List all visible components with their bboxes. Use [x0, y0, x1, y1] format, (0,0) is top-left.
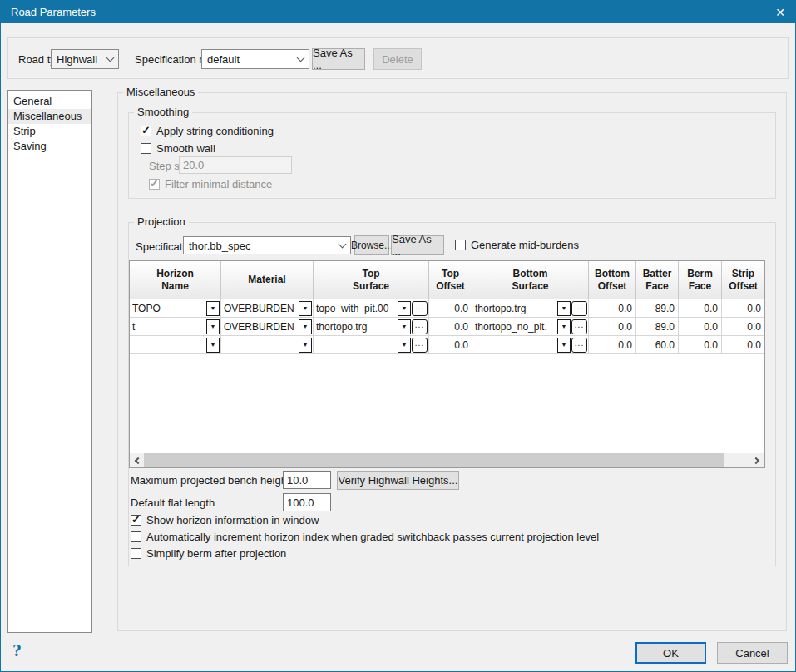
- horizon-table: HorizonName Material TopSurface TopOffse…: [129, 260, 765, 468]
- berm-face-cell[interactable]: 0.0: [679, 336, 722, 353]
- browse-ellipsis-button[interactable]: ...: [571, 319, 587, 334]
- material-cell[interactable]: OVERBURDEN▼: [221, 299, 314, 317]
- spec-file-combobox[interactable]: thor.bb_spec: [183, 236, 351, 254]
- dropdown-icon[interactable]: ▼: [206, 301, 220, 316]
- dropdown-icon[interactable]: ▼: [398, 338, 411, 353]
- browse-ellipsis-button[interactable]: ...: [571, 338, 587, 353]
- sidebar-item-miscellaneous[interactable]: Miscellaneous: [8, 109, 91, 124]
- header-horizon-name: HorizonName: [130, 261, 221, 299]
- strip-offset-cell[interactable]: 0.0: [722, 299, 764, 317]
- bottom-surface-cell[interactable]: ▼...: [472, 336, 589, 353]
- title-bar: Road Parameters ✕: [1, 1, 795, 23]
- top-surface-cell[interactable]: ▼...: [314, 336, 429, 353]
- help-icon[interactable]: ?: [12, 640, 22, 661]
- header-batter-face: BatterFace: [636, 261, 679, 299]
- dropdown-icon[interactable]: ▼: [557, 301, 571, 316]
- dropdown-icon[interactable]: ▼: [299, 338, 312, 353]
- top-offset-cell[interactable]: 0.0: [429, 318, 472, 335]
- dropdown-icon[interactable]: ▼: [299, 319, 312, 334]
- spec-name-value: default: [207, 53, 240, 66]
- header-berm-face: BermFace: [679, 261, 722, 299]
- bottom-surface-cell[interactable]: thortopo_no_pit.▼...: [472, 318, 589, 335]
- table-row: ▼ ▼ ▼... 0.0 ▼... 0.0 60.0 0.0 0.0: [130, 336, 764, 354]
- header-bottom-offset: BottomOffset: [589, 261, 636, 299]
- strip-offset-cell[interactable]: 0.0: [722, 336, 764, 353]
- bottom-offset-cell[interactable]: 0.0: [589, 318, 636, 335]
- road-type-combobox[interactable]: Highwall: [51, 49, 119, 69]
- simplify-berm-checkbox[interactable]: [131, 548, 141, 559]
- top-surface-cell[interactable]: topo_with_pit.00▼...: [314, 299, 429, 317]
- dropdown-icon[interactable]: ▼: [206, 338, 220, 353]
- horizontal-scrollbar[interactable]: [130, 453, 764, 467]
- filter-minimal-distance-checkbox[interactable]: [149, 179, 160, 190]
- scroll-right-icon[interactable]: [750, 453, 764, 467]
- generate-midburdens-checkbox[interactable]: [455, 240, 466, 250]
- sidebar-item-strip[interactable]: Strip: [8, 124, 91, 139]
- flat-length-value: 100.0: [287, 497, 314, 509]
- projection-group-label: Projection: [134, 215, 189, 229]
- spec-name-combobox[interactable]: default: [201, 49, 309, 69]
- dropdown-icon[interactable]: ▼: [557, 338, 571, 353]
- simplify-berm-row: Simplify berm after projection: [131, 547, 286, 560]
- max-bench-input[interactable]: 10.0: [283, 471, 331, 489]
- delete-button[interactable]: Delete: [373, 48, 422, 70]
- step-size-input[interactable]: 20.0: [179, 156, 292, 174]
- show-horizon-row: Show horizon information in window: [131, 514, 319, 526]
- bottom-offset-cell[interactable]: 0.0: [589, 336, 636, 353]
- horizon-name-cell[interactable]: TOPO▼: [130, 299, 221, 317]
- category-list: General Miscellaneous Strip Saving: [7, 90, 92, 633]
- filter-minimal-distance-label: Filter minimal distance: [165, 178, 272, 190]
- auto-increment-checkbox[interactable]: [131, 531, 141, 542]
- browse-ellipsis-button[interactable]: ...: [412, 319, 428, 334]
- horizon-name-cell[interactable]: t▼: [130, 318, 221, 335]
- ok-button[interactable]: OK: [635, 642, 706, 664]
- scrollbar-thumb[interactable]: [144, 453, 724, 467]
- generate-midburdens-row: Generate mid-burdens: [455, 239, 579, 251]
- strip-offset-cell[interactable]: 0.0: [722, 318, 764, 335]
- berm-face-cell[interactable]: 0.0: [679, 299, 722, 317]
- batter-face-cell[interactable]: 89.0: [636, 318, 679, 335]
- smoothing-group: Smoothing Apply string conditioning Smoo…: [128, 112, 776, 199]
- dropdown-icon[interactable]: ▼: [299, 301, 312, 316]
- smooth-wall-checkbox[interactable]: [141, 143, 151, 154]
- header-top-surface: TopSurface: [314, 261, 429, 299]
- bottom-offset-cell[interactable]: 0.0: [589, 299, 636, 317]
- apply-string-conditioning-row: Apply string conditioning: [141, 125, 274, 137]
- sidebar-item-saving[interactable]: Saving: [8, 139, 91, 154]
- top-surface-cell[interactable]: thortopo.trg▼...: [314, 318, 429, 335]
- sidebar-item-general[interactable]: General: [8, 94, 91, 109]
- generate-midburdens-label: Generate mid-burdens: [471, 239, 579, 251]
- verify-highwall-heights-button[interactable]: Verify Highwall Heights...: [337, 471, 459, 490]
- max-bench-value: 10.0: [287, 474, 308, 487]
- scroll-left-icon[interactable]: [130, 453, 144, 467]
- dropdown-icon[interactable]: ▼: [557, 319, 571, 334]
- horizon-name-cell[interactable]: ▼: [130, 336, 221, 353]
- browse-ellipsis-button[interactable]: ...: [412, 301, 428, 316]
- top-offset-cell[interactable]: 0.0: [429, 299, 472, 317]
- show-horizon-checkbox[interactable]: [131, 515, 141, 526]
- filter-minimal-distance-row: Filter minimal distance: [149, 178, 272, 190]
- berm-face-cell[interactable]: 0.0: [679, 318, 722, 335]
- top-offset-cell[interactable]: 0.0: [429, 336, 472, 353]
- browse-ellipsis-button[interactable]: ...: [571, 301, 587, 316]
- material-cell[interactable]: OVERBURDEN▼: [221, 318, 314, 335]
- material-cell[interactable]: ▼: [221, 336, 314, 353]
- header-top-offset: TopOffset: [429, 261, 472, 299]
- browse-button[interactable]: Browse...: [354, 235, 389, 255]
- bottom-surface-cell[interactable]: thortopo.trg▼...: [472, 299, 589, 317]
- save-as-button[interactable]: Save As ...: [312, 48, 365, 70]
- batter-face-cell[interactable]: 60.0: [636, 336, 679, 353]
- flat-length-input[interactable]: 100.0: [283, 493, 331, 511]
- browse-ellipsis-button[interactable]: ...: [412, 338, 428, 353]
- cancel-button[interactable]: Cancel: [717, 642, 788, 664]
- apply-string-conditioning-checkbox[interactable]: [141, 126, 151, 136]
- dropdown-icon[interactable]: ▼: [206, 319, 220, 334]
- horizon-table-header: HorizonName Material TopSurface TopOffse…: [130, 261, 764, 299]
- dropdown-icon[interactable]: ▼: [398, 301, 411, 316]
- batter-face-cell[interactable]: 89.0: [636, 299, 679, 317]
- projection-save-as-button[interactable]: Save As ...: [391, 235, 444, 255]
- close-icon[interactable]: ✕: [775, 6, 785, 19]
- dropdown-icon[interactable]: ▼: [398, 319, 411, 334]
- smooth-wall-label: Smooth wall: [156, 142, 215, 155]
- chevron-down-icon: [297, 53, 305, 62]
